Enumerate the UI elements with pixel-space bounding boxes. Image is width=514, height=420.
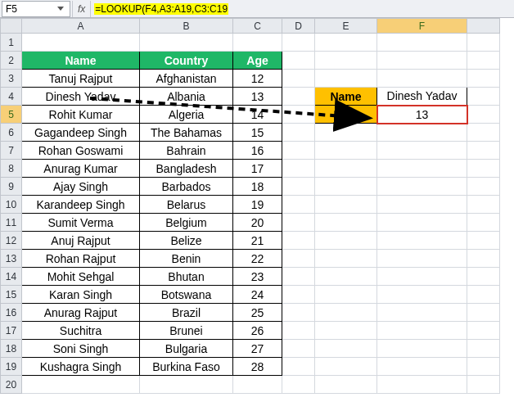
cell-country[interactable]: Algeria <box>140 106 233 124</box>
cell-country[interactable]: Albania <box>140 88 233 106</box>
cell[interactable] <box>315 340 377 358</box>
cell-age[interactable]: 23 <box>233 268 282 286</box>
cell-age[interactable]: 21 <box>233 232 282 250</box>
cell[interactable] <box>315 232 377 250</box>
lookup-age-value[interactable]: 13 <box>377 106 467 124</box>
cell[interactable] <box>22 376 140 394</box>
cell[interactable] <box>467 286 500 304</box>
cell-country[interactable]: Belize <box>140 232 233 250</box>
cell-name[interactable]: Rohit Kumar <box>22 106 140 124</box>
row-header[interactable]: 1 <box>1 34 22 52</box>
cell-country[interactable]: Belgium <box>140 214 233 232</box>
cell-name[interactable]: Kushagra Singh <box>22 358 140 376</box>
cell-name[interactable]: Gagandeep Singh <box>22 124 140 142</box>
cell[interactable] <box>377 376 467 394</box>
cell[interactable] <box>315 160 377 178</box>
cell-country[interactable]: Botswana <box>140 286 233 304</box>
cell-name[interactable]: Ajay Singh <box>22 178 140 196</box>
cell[interactable] <box>467 70 500 88</box>
fx-icon[interactable]: fx <box>72 1 91 17</box>
cell-age[interactable]: 18 <box>233 178 282 196</box>
cell[interactable] <box>315 214 377 232</box>
cell[interactable] <box>315 124 377 142</box>
cell[interactable] <box>467 214 500 232</box>
cell[interactable] <box>467 196 500 214</box>
cell[interactable] <box>315 358 377 376</box>
col-header-D[interactable]: D <box>282 19 315 34</box>
cell-name[interactable]: Anuj Rajput <box>22 232 140 250</box>
cell-age[interactable]: 27 <box>233 340 282 358</box>
header-name[interactable]: Name <box>22 52 140 70</box>
cell-age[interactable]: 22 <box>233 250 282 268</box>
col-header-A[interactable]: A <box>22 19 140 34</box>
name-box[interactable]: F5 <box>2 1 70 17</box>
cell[interactable] <box>467 124 500 142</box>
cell[interactable] <box>467 304 500 322</box>
cell[interactable] <box>282 232 315 250</box>
col-header-extra[interactable] <box>467 19 500 34</box>
formula-input[interactable]: =LOOKUP(F4,A3:A19,C3:C19 <box>91 1 514 17</box>
cell[interactable] <box>467 34 500 52</box>
cell[interactable] <box>315 268 377 286</box>
cell[interactable] <box>315 142 377 160</box>
cell[interactable] <box>377 124 467 142</box>
cell[interactable] <box>282 70 315 88</box>
cell-country[interactable]: Brunei <box>140 322 233 340</box>
lookup-name-value[interactable]: Dinesh Yadav <box>377 88 467 106</box>
cell[interactable] <box>467 88 500 106</box>
cell[interactable] <box>467 160 500 178</box>
cell[interactable] <box>377 340 467 358</box>
row-header[interactable]: 12 <box>1 232 22 250</box>
cell[interactable] <box>282 178 315 196</box>
cell[interactable] <box>315 70 377 88</box>
cell[interactable] <box>282 250 315 268</box>
cell[interactable] <box>377 268 467 286</box>
cell[interactable] <box>467 142 500 160</box>
row-header[interactable]: 6 <box>1 124 22 142</box>
cell-country[interactable]: Brazil <box>140 304 233 322</box>
cell[interactable] <box>467 358 500 376</box>
cell-name[interactable]: Mohit Sehgal <box>22 268 140 286</box>
row-header[interactable]: 20 <box>1 376 22 394</box>
col-header-B[interactable]: B <box>140 19 233 34</box>
cell[interactable] <box>377 142 467 160</box>
cell[interactable] <box>377 34 467 52</box>
col-header-C[interactable]: C <box>233 19 282 34</box>
cell[interactable] <box>282 268 315 286</box>
cell-name[interactable]: Anurag Kumar <box>22 160 140 178</box>
name-box-dropdown-icon[interactable] <box>55 2 66 16</box>
row-header[interactable]: 13 <box>1 250 22 268</box>
cell[interactable] <box>377 52 467 70</box>
cell[interactable] <box>467 52 500 70</box>
row-header[interactable]: 11 <box>1 214 22 232</box>
cell[interactable] <box>377 322 467 340</box>
cell-country[interactable]: Barbados <box>140 178 233 196</box>
cell-name[interactable]: Rohan Goswami <box>22 142 140 160</box>
cell[interactable] <box>377 160 467 178</box>
cell[interactable] <box>467 178 500 196</box>
cell[interactable] <box>22 34 140 52</box>
cell[interactable] <box>282 196 315 214</box>
cell[interactable] <box>377 286 467 304</box>
cell-age[interactable]: 25 <box>233 304 282 322</box>
cell-age[interactable]: 28 <box>233 358 282 376</box>
cell[interactable] <box>315 196 377 214</box>
cell-country[interactable]: The Bahamas <box>140 124 233 142</box>
row-header[interactable]: 15 <box>1 286 22 304</box>
cell-age[interactable]: 20 <box>233 214 282 232</box>
cell[interactable] <box>315 250 377 268</box>
cell-age[interactable]: 13 <box>233 88 282 106</box>
cell[interactable] <box>282 88 315 106</box>
cell[interactable] <box>377 196 467 214</box>
cell[interactable] <box>282 106 315 124</box>
cell[interactable] <box>282 358 315 376</box>
cell-age[interactable]: 24 <box>233 286 282 304</box>
formula-bar[interactable]: fx =LOOKUP(F4,A3:A19,C3:C19 <box>72 1 514 17</box>
cell-name[interactable]: Dinesh Yadav <box>22 88 140 106</box>
cell-country[interactable]: Bangladesh <box>140 160 233 178</box>
spreadsheet-grid[interactable]: A B C D E F 1 2 Name Country Ag <box>0 18 514 394</box>
row-header[interactable]: 5 <box>1 106 22 124</box>
row-header[interactable]: 19 <box>1 358 22 376</box>
cell[interactable] <box>315 34 377 52</box>
cell[interactable] <box>377 178 467 196</box>
